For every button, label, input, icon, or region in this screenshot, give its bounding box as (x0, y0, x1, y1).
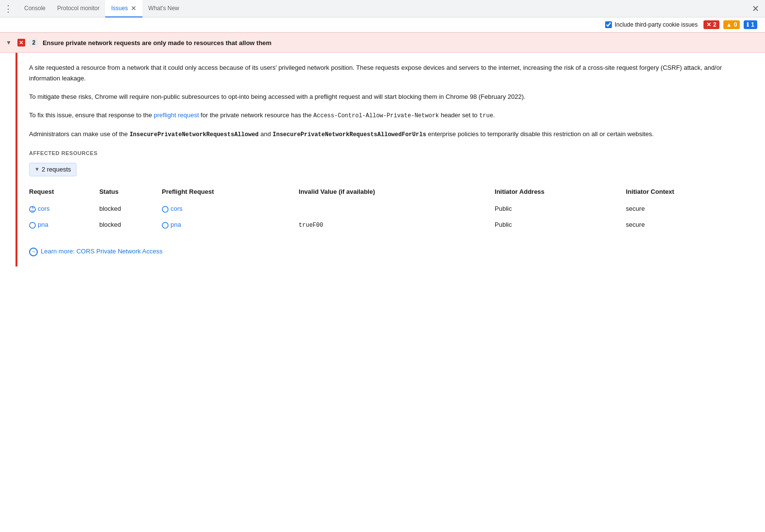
reload-icon (29, 206, 36, 213)
issue-paragraph-2: To mitigate these risks, Chrome will req… (29, 92, 753, 102)
row-1-invalid-value (299, 201, 495, 217)
warning-icon: ▲ (726, 21, 732, 28)
col-header-invalid-value: Invalid Value (if available) (299, 185, 495, 201)
issue-error-icon: ✕ (17, 39, 25, 47)
tab-protocol-monitor[interactable]: Protocol monitor (51, 0, 105, 17)
issue-paragraph-1: A site requested a resource from a netwo… (29, 63, 753, 84)
tab-issues[interactable]: Issues ✕ (105, 0, 142, 17)
row-2-invalid-value: trueF00 (299, 217, 495, 233)
reload-icon-4 (162, 222, 169, 229)
svg-point-2 (30, 222, 35, 228)
insecure-policy-1-code: InsecurePrivateNetworkRequestsAllowed (129, 131, 258, 138)
tab-console[interactable]: Console (18, 0, 51, 17)
arrow-circle-icon: → (29, 248, 38, 256)
access-control-header-code: Access-Control-Allow-Private-Network (313, 112, 439, 119)
row-2-request-link[interactable]: pna (29, 220, 95, 230)
error-icon: ✕ (706, 21, 711, 28)
table-row: cors blocked cors (29, 201, 753, 217)
row-1-preflight-link[interactable]: cors (162, 204, 295, 214)
devtools-menu-icon[interactable]: ⋮ (4, 3, 13, 14)
reload-icon-3 (29, 222, 36, 229)
insecure-policy-2-code: InsecurePrivateNetworkRequestsAllowedFor… (273, 131, 426, 138)
issue-body: A site requested a resource from a netwo… (0, 53, 765, 266)
svg-point-3 (162, 222, 168, 228)
row-2-preflight-link[interactable]: pna (162, 220, 295, 230)
issue-paragraph-4: Administrators can make use of the Insec… (29, 129, 753, 140)
col-header-initiator-context: Initiator Context (626, 185, 753, 201)
tab-bar: ⋮ Console Protocol monitor Issues ✕ What… (0, 0, 765, 17)
expand-arrow-icon: ▼ (6, 39, 12, 46)
third-party-cookie-label: Include third-party cookie issues (615, 21, 698, 28)
row-1-preflight: cors (162, 201, 299, 217)
info-icon: ℹ (747, 21, 749, 28)
issue-paragraph-3: To fix this issue, ensure that response … (29, 110, 753, 121)
row-2-preflight: pna (162, 217, 299, 233)
svg-point-1 (162, 206, 168, 212)
issue-content: A site requested a resource from a netwo… (17, 53, 765, 266)
warning-count: 0 (734, 21, 737, 28)
requests-toggle[interactable]: ▼ 2 requests (29, 163, 77, 177)
error-count: 2 (713, 21, 717, 28)
info-count: 1 (751, 21, 754, 28)
requests-toggle-arrow-icon: ▼ (34, 165, 40, 174)
table-row: pna blocked pna (29, 217, 753, 233)
row-1-initiator-context: secure (626, 201, 753, 217)
row-2-request: pna (29, 217, 99, 233)
preflight-request-link[interactable]: preflight request (154, 111, 199, 119)
tab-issues-close-icon[interactable]: ✕ (131, 5, 137, 12)
info-badge: ℹ 1 (744, 20, 757, 29)
issue-title: Ensure private network requests are only… (43, 39, 271, 47)
row-1-initiator-address: Public (495, 201, 626, 217)
reload-icon-2 (162, 206, 169, 213)
row-2-invalid-value-code: trueF00 (299, 222, 323, 229)
requests-toggle-label: 2 requests (42, 165, 71, 175)
tab-whats-new[interactable]: What's New (142, 0, 185, 17)
row-2-initiator-address: Public (495, 217, 626, 233)
toolbar: Include third-party cookie issues ✕ 2 ▲ … (0, 17, 765, 32)
col-header-status: Status (99, 185, 162, 201)
issue-count-badge: 2 (29, 38, 39, 47)
affected-resources-section: AFFECTED RESOURCES ▼ 2 requests Request … (29, 149, 753, 233)
tab-protocol-monitor-label: Protocol monitor (57, 5, 99, 12)
issues-panel: ▼ ✕ 2 Ensure private network requests ar… (0, 32, 765, 532)
row-1-status: blocked (99, 201, 162, 217)
row-2-initiator-context: secure (626, 217, 753, 233)
learn-more-link[interactable]: Learn more: CORS Private Network Access (41, 247, 162, 257)
requests-table: Request Status Preflight Request Invalid… (29, 185, 753, 233)
tab-console-label: Console (24, 5, 46, 12)
row-2-status: blocked (99, 217, 162, 233)
issue-header[interactable]: ▼ ✕ 2 Ensure private network requests ar… (0, 32, 765, 53)
row-1-request-link[interactable]: cors (29, 204, 95, 214)
tab-whats-new-label: What's New (148, 5, 179, 12)
error-badge: ✕ 2 (703, 20, 719, 29)
learn-more-row: → Learn more: CORS Private Network Acces… (29, 247, 753, 257)
col-header-preflight: Preflight Request (162, 185, 299, 201)
col-header-initiator-address: Initiator Address (495, 185, 626, 201)
window-close-icon[interactable]: ✕ (750, 1, 761, 16)
col-header-request: Request (29, 185, 99, 201)
row-1-request: cors (29, 201, 99, 217)
third-party-cookie-checkbox[interactable] (605, 21, 612, 28)
affected-resources-label: AFFECTED RESOURCES (29, 149, 753, 158)
tab-issues-label: Issues (111, 5, 128, 12)
issue-badges: ✕ 2 ▲ 0 ℹ 1 (703, 20, 757, 29)
true-value-code: true (479, 112, 493, 119)
warning-badge: ▲ 0 (723, 20, 740, 29)
third-party-cookie-checkbox-label[interactable]: Include third-party cookie issues (605, 21, 698, 28)
